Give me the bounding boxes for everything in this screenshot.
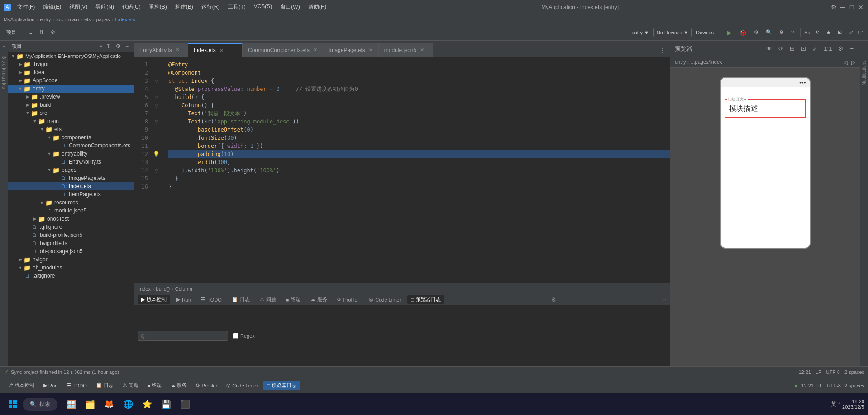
tree-indexets[interactable]: ▶ 🗋 Index.ets bbox=[8, 182, 134, 190]
taskbar-chevron[interactable]: ^ bbox=[838, 401, 840, 407]
run-bottom-btn[interactable]: ▶ Run bbox=[40, 381, 61, 390]
sidebar-action-4[interactable]: − bbox=[124, 42, 130, 50]
tree-src[interactable]: ▼ 📁 src bbox=[8, 109, 134, 117]
preview-action-3[interactable]: ⊞ bbox=[788, 44, 796, 53]
log-minimize-button[interactable]: − bbox=[663, 297, 666, 303]
taskbar-app-2[interactable]: 🗂️ bbox=[81, 395, 99, 413]
windows-start-button[interactable] bbox=[4, 395, 22, 413]
editor-bc-build[interactable]: build() bbox=[156, 286, 170, 292]
preview-nav-left[interactable]: ◁ bbox=[844, 59, 848, 66]
log-tab-terminal[interactable]: ■ 终端 bbox=[282, 295, 305, 304]
gutter-fold-14[interactable]: ▽ bbox=[152, 166, 161, 174]
terminal-btn[interactable]: ■ 终端 bbox=[144, 381, 166, 390]
tree-components[interactable]: ▼ 📁 components bbox=[8, 133, 134, 141]
settings-icon[interactable]: ⚙ bbox=[830, 4, 837, 10]
tree-ohostest[interactable]: ▶ 📁 ohosTest bbox=[8, 215, 134, 223]
log-settings-button[interactable]: ⚙ bbox=[551, 297, 556, 303]
tree-appscope[interactable]: ▶ 📁 AppScope bbox=[8, 76, 134, 85]
tab-indexets[interactable]: Index.ets ✕ bbox=[188, 43, 243, 57]
taskbar-app-1[interactable]: 🪟 bbox=[62, 395, 80, 413]
project-label[interactable]: 项目 bbox=[4, 28, 19, 37]
tree-hvigor2[interactable]: ▶ 📁 hvigor bbox=[8, 255, 134, 264]
tree-build[interactable]: ▶ 📁 build bbox=[8, 101, 134, 109]
tree-myapplication[interactable]: ▼ 📁 MyApplication E:\HarmonyOS\MyApplica… bbox=[8, 52, 134, 60]
preview-action-1[interactable]: 👁 bbox=[764, 44, 774, 53]
profiler-btn[interactable]: ⟳ Profiler bbox=[192, 381, 221, 390]
preview-action-6[interactable]: 1:1 bbox=[822, 44, 834, 53]
toolbar-grid-btn[interactable]: ⊞ bbox=[824, 28, 833, 37]
tree-pages[interactable]: ▼ 📁 pages bbox=[8, 166, 134, 174]
minimize-button[interactable]: ─ bbox=[839, 4, 846, 10]
left-icon-1[interactable]: ≡ bbox=[2, 42, 5, 52]
taskbar-app-5[interactable]: ⭐ bbox=[138, 395, 156, 413]
menu-tools[interactable]: 工具(T) bbox=[224, 1, 249, 13]
log-search-input[interactable] bbox=[138, 331, 228, 341]
gutter-fold-6[interactable]: ▽ bbox=[152, 101, 161, 109]
tree-gitignore[interactable]: ▶ 🗋 .gitignore bbox=[8, 223, 134, 231]
preview-action-settings[interactable]: ⚙ bbox=[836, 44, 845, 53]
sidebar-action-3[interactable]: ⚙ bbox=[114, 42, 122, 50]
gutter-fold-3[interactable]: ▽ bbox=[152, 77, 161, 85]
toolbar-search-btn[interactable]: ⚙ bbox=[751, 28, 761, 37]
todo-btn[interactable]: ☰ TODO bbox=[63, 381, 91, 390]
breadcrumb-myapp[interactable]: MyApplication bbox=[4, 17, 34, 22]
toolbar-settings-btn[interactable]: ⚙ bbox=[777, 28, 787, 37]
devices-label[interactable]: Devices bbox=[693, 28, 716, 37]
menu-build[interactable]: 构建(B) bbox=[172, 1, 197, 13]
codelinter-btn[interactable]: ◎ Code Linter bbox=[223, 381, 262, 390]
tree-main[interactable]: ▼ 📁 main bbox=[8, 117, 134, 125]
preview-action-2[interactable]: ⟳ bbox=[777, 44, 785, 53]
menu-help[interactable]: 帮助(H) bbox=[305, 1, 330, 13]
taskbar-app-7[interactable]: ⬛ bbox=[176, 395, 194, 413]
issues-btn[interactable]: ⚠ 问题 bbox=[119, 381, 142, 390]
menu-code[interactable]: 代码(C) bbox=[119, 1, 144, 13]
breadcrumb-pages[interactable]: pages bbox=[96, 17, 110, 22]
regex-checkbox-label[interactable]: Regex bbox=[233, 333, 255, 339]
preview-action-5[interactable]: ⤢ bbox=[811, 44, 819, 53]
gutter-fold-5[interactable]: ▽ bbox=[152, 93, 161, 101]
log-tab-services[interactable]: ☁ 服务 bbox=[307, 295, 331, 304]
tree-aitignore[interactable]: ▶ 🗋 .aitignore bbox=[8, 272, 134, 280]
tab-imagepage[interactable]: ImagePage.ets ✕ bbox=[323, 43, 379, 57]
toolbar-find-btn[interactable]: 🔍 bbox=[763, 28, 775, 37]
services-btn[interactable]: ☁ 服务 bbox=[167, 381, 191, 390]
close-button[interactable]: ✕ bbox=[857, 4, 864, 10]
tree-ohpackage[interactable]: ▶ 🗋 oh-package.json5 bbox=[8, 247, 134, 255]
tree-entry[interactable]: ▼ 📁 entry bbox=[8, 85, 134, 93]
tab-close-commoncomponents[interactable]: ✕ bbox=[312, 47, 318, 53]
log-tab-todo[interactable]: ☰ TODO bbox=[197, 296, 225, 303]
tree-hvigor[interactable]: ▶ 📁 .hvigor bbox=[8, 60, 134, 68]
tree-commoncomponents[interactable]: ▶ 🗋 CommonComponents.ets bbox=[8, 141, 134, 150]
log-tab-profiler[interactable]: ⟳ Profiler bbox=[334, 296, 362, 303]
run-button[interactable]: ▶ bbox=[724, 28, 734, 38]
tree-buildprofile[interactable]: ▶ 🗋 build-profile.json5 bbox=[8, 231, 134, 239]
no-devices-dropdown[interactable]: No Devices ▼ bbox=[653, 28, 692, 37]
notifications-label[interactable]: Notifications bbox=[862, 59, 867, 87]
entry-dropdown[interactable]: entry ▼ bbox=[629, 28, 651, 37]
tab-commoncomponents[interactable]: CommonComponents.ets ✕ bbox=[243, 43, 323, 57]
status-lf[interactable]: LF bbox=[816, 369, 821, 375]
menu-vcs[interactable]: VCS(S) bbox=[250, 1, 276, 13]
toolbar-btn-1[interactable]: ≡ bbox=[27, 28, 35, 37]
log-btn[interactable]: 📋 日志 bbox=[92, 381, 117, 390]
toolbar-zoom-btn[interactable]: ⟲ bbox=[812, 28, 822, 37]
preview-action-4[interactable]: ⊡ bbox=[799, 44, 808, 53]
log-tab-versioncontrol[interactable]: ▶ 版本控制 bbox=[138, 295, 170, 304]
breadcrumb-entry[interactable]: entry bbox=[40, 17, 51, 22]
gutter-fold-8[interactable]: ▽ bbox=[152, 118, 161, 126]
taskbar-search[interactable]: 🔍 搜索 bbox=[23, 398, 57, 411]
debug-button[interactable]: 🐞 bbox=[736, 28, 749, 38]
log-tab-codelinter[interactable]: ◎ Code Linter bbox=[365, 296, 405, 303]
bookmarks-label[interactable]: B o o k m a r k s bbox=[1, 54, 6, 90]
tree-entryability-ts[interactable]: ▶ 🗋 EntryAbility.ts bbox=[8, 158, 134, 166]
status-indent[interactable]: 2 spaces bbox=[844, 369, 864, 375]
log-tab-previewlog[interactable]: □ 预览器日志 bbox=[407, 295, 444, 304]
editor-bc-index[interactable]: Index bbox=[138, 286, 151, 292]
tab-close-indexets[interactable]: ✕ bbox=[219, 47, 224, 54]
tab-close-imagepage[interactable]: ✕ bbox=[368, 47, 374, 53]
menu-nav[interactable]: 导航(N) bbox=[92, 1, 118, 13]
tree-resources[interactable]: ▶ 📁 resources bbox=[8, 198, 134, 207]
toolbar-expand-btn[interactable]: ⊡ bbox=[835, 28, 844, 37]
toolbar-btn-3[interactable]: ⚙ bbox=[48, 28, 58, 37]
menu-view[interactable]: 视图(V) bbox=[66, 1, 91, 13]
